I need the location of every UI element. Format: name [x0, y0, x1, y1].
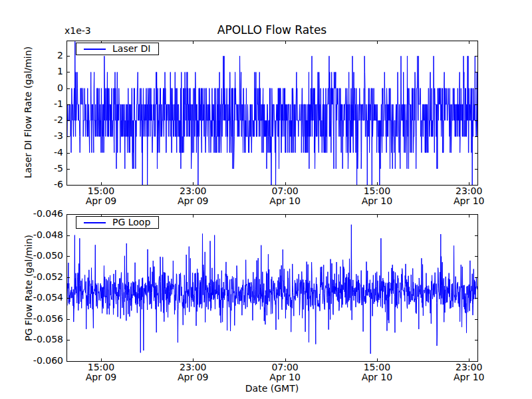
x-tick-label: 15:00 Apr 09 — [86, 362, 116, 382]
y-tick-label: -2 — [54, 115, 63, 125]
laser-di-legend: Laser DI — [76, 43, 159, 55]
y-tick-label: -0.054 — [33, 293, 63, 303]
laser-di-y-axis-label: Laser DI Flow Rate (gal/min) — [22, 13, 34, 212]
pg-loop-legend: PG Loop — [76, 216, 159, 229]
y-tick-label: -6 — [54, 180, 63, 190]
y-tick-label: -1 — [54, 99, 63, 109]
chart-title: APOLLO Flow Rates — [66, 23, 477, 37]
y-tick-label: -4 — [54, 148, 63, 158]
y-tick-label: 1 — [57, 67, 63, 77]
y-tick-label: -0.050 — [33, 251, 63, 261]
pg-loop-series-line — [66, 225, 477, 354]
y-tick-label: -0.058 — [33, 335, 63, 345]
legend-label: Laser DI — [112, 44, 150, 54]
laser-di-axes — [66, 41, 478, 186]
x-tick-label: 07:00 Apr 10 — [269, 186, 300, 206]
x-tick-label: 23:00 Apr 10 — [454, 362, 484, 382]
legend-label: PG Loop — [112, 217, 150, 227]
y-tick-label: -0.060 — [33, 356, 63, 366]
y-tick-label: -0.056 — [33, 314, 63, 324]
x-tick-label: 15:00 Apr 09 — [86, 186, 116, 206]
y-tick-label: -5 — [54, 164, 63, 174]
y-axis-offset-text: x1e-3 — [65, 26, 91, 36]
pg-loop-axes — [66, 214, 478, 362]
y-tick-label: -0.048 — [33, 230, 63, 240]
y-tick-label: -0.046 — [33, 209, 63, 219]
y-tick-label: -0.052 — [33, 272, 63, 282]
x-tick-label: 23:00 Apr 09 — [178, 186, 208, 206]
laser-di-series-line — [66, 41, 477, 185]
x-tick-label: 23:00 Apr 10 — [454, 186, 484, 206]
x-axis-label: Date (GMT) — [66, 383, 477, 394]
y-tick-label: 0 — [57, 83, 63, 93]
legend-line-sample — [84, 222, 106, 223]
x-tick-label: 07:00 Apr 10 — [269, 362, 300, 382]
y-tick-label: -3 — [54, 132, 63, 142]
x-tick-label: 15:00 Apr 10 — [362, 362, 392, 382]
legend-line-sample — [84, 49, 106, 50]
x-tick-label: 15:00 Apr 10 — [362, 186, 392, 206]
y-tick-label: 2 — [57, 51, 63, 61]
figure: APOLLO Flow Rates x1e-3 Laser DI Flow Ra… — [0, 0, 532, 399]
x-tick-label: 23:00 Apr 09 — [178, 362, 208, 382]
